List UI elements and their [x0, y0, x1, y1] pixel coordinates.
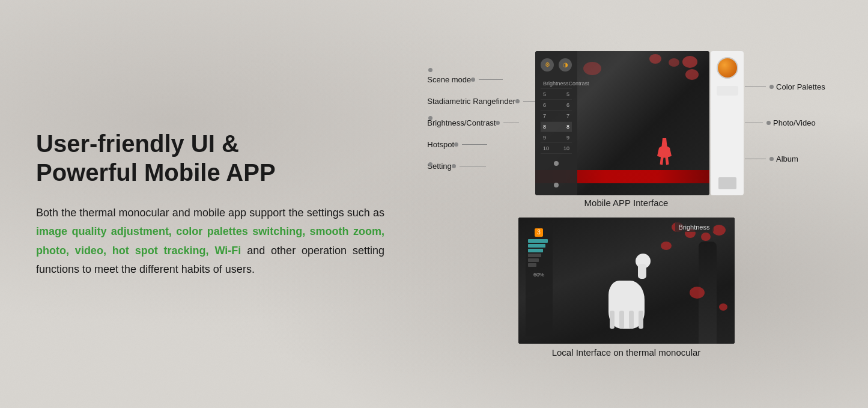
- app-screenshot: ⚙ ◑ BrightnessContrast 55 66 77 88 99 10…: [535, 51, 709, 195]
- bp-bar-5: [528, 258, 539, 262]
- bp-number: 3: [535, 228, 543, 237]
- label-brightness: Brightness/Contrast: [427, 112, 536, 134]
- menu-grid: BrightnessContrast 55 66 77 88 99 1010: [541, 79, 572, 154]
- walker-body: [655, 138, 673, 171]
- menu-row-6: 66: [541, 100, 572, 111]
- t-blob-6: [690, 287, 705, 299]
- menu-row-5: 55: [541, 90, 572, 100]
- top-diagram: Scene mode Stadiametric Rangefinder Brig…: [427, 51, 825, 208]
- thermal-blob-2: [669, 58, 679, 67]
- deer-neck: [638, 264, 646, 279]
- thermal-blob-3: [649, 54, 661, 64]
- menu-row-9: 99: [541, 133, 572, 143]
- bp-bar-1: [528, 239, 548, 243]
- deer-leg-1: [610, 311, 615, 329]
- menu-icon-settings: ⚙: [541, 58, 554, 72]
- menu-row-header: BrightnessContrast: [541, 79, 572, 89]
- phone-circle-button: [717, 57, 738, 79]
- bottom-diagram-caption: Local Interface on thermal monocular: [552, 347, 701, 358]
- phone-ui-panel: [711, 51, 744, 195]
- t-blob-7: [661, 242, 672, 250]
- bp-bars: [528, 239, 550, 267]
- left-section: User-friendly UI & Powerful Mobile APP B…: [36, 129, 420, 279]
- label-color-palettes: Color Palettes: [745, 69, 825, 105]
- right-labels: Color Palettes Photo/Video Album: [745, 69, 825, 177]
- heading-line1: User-friendly UI &: [36, 130, 239, 157]
- top-diagram-inner: Scene mode Stadiametric Rangefinder Brig…: [427, 51, 825, 195]
- label-stadiametric: Stadiametric Rangefinder: [427, 91, 536, 112]
- brightness-panel: 3 60%: [526, 225, 553, 336]
- deer-leg-2: [619, 311, 624, 329]
- body-text-before: Both the thermal monocular and mobile ap…: [36, 207, 384, 219]
- bottom-diagram: Brightness 3 60% Local Interface on th: [518, 218, 735, 358]
- label-photo-video: Photo/Video: [745, 105, 825, 141]
- right-dot-pv: [428, 116, 432, 120]
- menu-icons-row: ⚙ ◑: [541, 58, 572, 72]
- body-text: Both the thermal monocular and mobile ap…: [36, 204, 384, 279]
- rdot-cp: [769, 85, 774, 89]
- top-diagram-caption: Mobile APP Interface: [584, 198, 669, 208]
- rdot-album: [769, 157, 774, 161]
- thermal-blob-1: [682, 56, 697, 68]
- deer-silhouette: [599, 251, 654, 329]
- phone-record-btn: [717, 86, 738, 96]
- right-dot-album: [428, 162, 432, 166]
- walker-silhouette: [655, 138, 673, 171]
- label-setting: Setting: [427, 156, 536, 177]
- thermal-photo: Brightness 3 60%: [518, 218, 735, 344]
- app-menu: ⚙ ◑ BrightnessContrast 55 66 77 88 99 10…: [535, 51, 577, 195]
- thermal-blob-4: [583, 62, 601, 75]
- thermal-blob-5: [685, 69, 699, 80]
- menu-row-7: 77: [541, 111, 572, 121]
- label-album: Album: [745, 141, 825, 177]
- deer-legs: [610, 311, 643, 329]
- menu-row-10: 1010: [541, 144, 572, 154]
- right-dot-cp: [428, 68, 432, 72]
- label-hotspot: Hotspot: [427, 134, 536, 156]
- left-labels: Scene mode Stadiametric Rangefinder Brig…: [427, 69, 536, 177]
- t-blob-1: [712, 225, 726, 236]
- t-blob-2: [701, 233, 711, 241]
- deer-leg-4: [639, 311, 643, 329]
- menu-icon-contrast: ◑: [559, 58, 572, 72]
- bp-bar-2: [528, 244, 546, 248]
- label-scene-mode: Scene mode: [427, 69, 536, 91]
- right-section: Scene mode Stadiametric Rangefinder Brig…: [420, 51, 832, 358]
- dot-setting: [452, 164, 456, 168]
- page-container: User-friendly UI & Powerful Mobile APP B…: [0, 0, 868, 408]
- bp-percent: 60%: [533, 272, 544, 278]
- hotspot-indicator: [554, 161, 559, 166]
- main-heading: User-friendly UI & Powerful Mobile APP: [36, 129, 384, 187]
- dot-hotspot: [454, 142, 458, 147]
- setting-indicator: [554, 183, 559, 187]
- rdot-pv: [766, 121, 771, 125]
- dot-scene: [471, 78, 475, 82]
- t-blob-5: [719, 303, 727, 311]
- deer-leg-3: [629, 311, 634, 329]
- bp-bar-4: [528, 254, 541, 257]
- menu-row-8: 88: [541, 122, 572, 132]
- heading-line2: Powerful Mobile APP: [36, 159, 276, 186]
- dot-bright: [496, 121, 500, 125]
- bp-bar-6: [528, 263, 537, 267]
- phone-album-icon: [718, 177, 736, 189]
- bp-bar-3: [528, 249, 544, 252]
- dot-stad: [515, 99, 520, 103]
- brightness-label: Brightness: [675, 222, 714, 232]
